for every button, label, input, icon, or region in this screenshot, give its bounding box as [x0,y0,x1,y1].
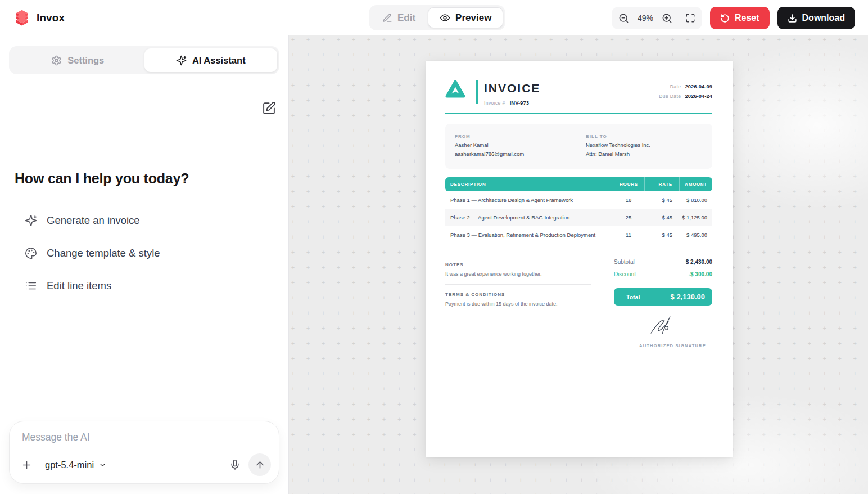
signature-scribble [650,315,675,338]
suggestion-generate-invoice[interactable]: Generate an invoice [25,214,160,227]
cell-description: Phase 3 — Evaluation, Refinement & Produ… [445,232,613,238]
signature-line [633,339,712,339]
cell-amount: $ 1,125.00 [679,214,712,221]
tab-ai-assistant[interactable]: AI Assistant [144,48,278,72]
cell-description: Phase 2 — Agent Development & RAG Integr… [445,214,613,221]
subtotal-value: $ 2,430.00 [686,259,712,265]
fullscreen-icon[interactable] [685,13,695,23]
invoice-page: INVOICE Invoice # INV-973 Date 2026-04-0… [426,61,733,457]
total-value: $ 2,130.00 [671,293,705,301]
divider [679,12,679,24]
from-name: Aasher Kamal [455,142,524,148]
brand: Invox [13,0,65,35]
edit-tab-label: Edit [397,12,415,24]
line-items-table: DESCRIPTION HOURS RATE AMOUNT Phase 1 — … [445,177,712,244]
from-label: FROM [455,134,524,139]
reset-button[interactable]: Reset [710,7,770,29]
subtotal-row: Subtotal $ 2,430.00 [614,259,712,271]
send-button[interactable] [248,453,271,476]
table-header-row: DESCRIPTION HOURS RATE AMOUNT [445,177,712,191]
parties-box: FROM Aasher Kamal aasherkamal786@gmail.c… [445,124,712,169]
eye-icon [440,12,450,23]
header-rate: RATE [644,177,679,191]
message-composer: Message the AI gpt-5.4-mini [9,421,279,484]
cell-rate: $ 45 [644,214,679,221]
cell-rate: $ 45 [644,197,679,203]
cell-amount: $ 495.00 [679,232,712,238]
suggestion-label: Generate an invoice [47,214,140,227]
gear-icon [51,55,62,66]
chevron-down-icon [98,461,107,469]
download-button[interactable]: Download [777,7,855,29]
rotate-ccw-icon [720,14,730,23]
cell-hours: 25 [613,214,644,221]
due-date-label: Due Date [659,93,681,99]
discount-value: -$ 300.00 [689,271,712,277]
tab-settings-label: Settings [67,55,104,66]
sidebar: Settings AI Assistant How can I help you… [0,35,289,494]
zoom-in-icon[interactable] [662,13,672,24]
list-icon [25,280,37,292]
notes-text: It was a great experience working togeth… [445,271,542,277]
pen-icon [382,13,392,23]
sparkles-icon [25,214,37,227]
new-chat-icon[interactable] [262,101,276,115]
edit-preview-toggle: Edit Preview [369,5,505,30]
preview-tab[interactable]: Preview [428,7,503,28]
total-label: Total [626,294,640,300]
sidebar-tab-switcher: Settings AI Assistant [9,46,279,74]
mic-icon[interactable] [229,459,241,470]
invoice-title: INVOICE [484,82,540,95]
date-value: 2026-04-09 [685,83,712,89]
suggestion-label: Change template & style [47,247,160,259]
cell-amount: $ 810.00 [679,197,712,203]
zoom-out-icon[interactable] [618,13,629,24]
total-row: Total $ 2,130.00 [614,288,712,306]
suggestion-edit-line-items[interactable]: Edit line items [25,280,160,292]
invoice-number-label: Invoice # [484,100,505,106]
discount-label: Discount [614,271,636,277]
invoice-logo-icon [445,79,465,100]
totals-block: Subtotal $ 2,430.00 Discount -$ 300.00 T… [614,259,712,306]
model-selector[interactable]: gpt-5.4-mini [45,460,107,470]
accent-rule [445,113,712,114]
reset-button-label: Reset [735,13,760,23]
assistant-greeting: How can I help you today? [15,170,189,187]
tab-settings[interactable]: Settings [11,48,144,72]
suggestion-label: Edit line items [47,280,111,292]
discount-row: Discount -$ 300.00 [614,271,712,284]
message-input[interactable]: Message the AI [22,432,268,443]
bill-to-block: BILL TO Nexaflow Technologies Inc. Attn:… [586,134,650,158]
table-row: Phase 3 — Evaluation, Refinement & Produ… [445,226,712,244]
download-icon [788,14,797,23]
suggestion-list: Generate an invoice Change template & st… [25,214,160,292]
terms-label: TERMS & CONDITIONS [445,292,505,297]
invoice-number: INV-973 [510,100,529,106]
bill-to-label: BILL TO [586,134,650,139]
table-row: Phase 2 — Agent Development & RAG Integr… [445,209,712,226]
invox-logo-icon [13,10,30,26]
bill-to-attn: Attn: Daniel Marsh [586,151,650,157]
divider [476,80,478,104]
attach-plus-icon[interactable] [21,459,33,471]
download-button-label: Download [802,13,845,23]
signature-label: AUTHORIZED SIGNATURE [633,343,712,348]
palette-icon [25,247,37,259]
from-block: FROM Aasher Kamal aasherkamal786@gmail.c… [455,134,524,158]
due-date-value: 2026-04-24 [685,93,712,99]
edit-tab[interactable]: Edit [371,7,427,28]
suggestion-change-template[interactable]: Change template & style [25,247,160,259]
zoom-level: 49% [634,14,657,23]
zoom-controls: 49% [612,7,702,29]
header-amount: AMOUNT [679,177,712,191]
invoice-dates: Date 2026-04-09 Due Date 2026-04-24 [659,83,712,99]
date-label: Date [670,84,681,89]
header-hours: HOURS [613,177,644,191]
table-row: Phase 1 — Architecture Design & Agent Fr… [445,191,712,209]
divider [445,284,591,285]
subtotal-label: Subtotal [614,259,635,265]
tab-ai-assistant-label: AI Assistant [192,55,246,66]
app-title: Invox [37,12,65,24]
terms-text: Payment is due within 15 days of the inv… [445,301,558,307]
cell-hours: 18 [613,197,644,203]
